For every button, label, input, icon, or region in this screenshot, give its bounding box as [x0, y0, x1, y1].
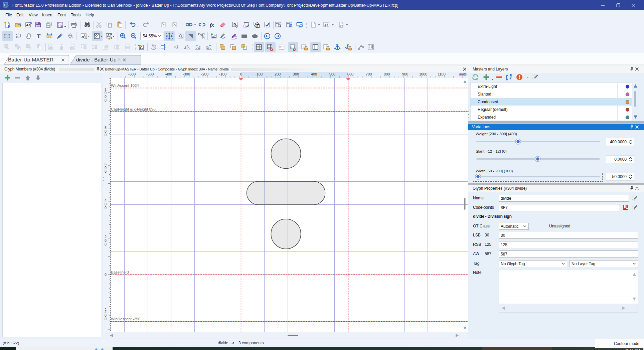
svg-text:-400: -400	[165, 72, 172, 76]
svg-text:1000: 1000	[419, 72, 427, 76]
svg-text:0: 0	[240, 72, 242, 76]
svg-text:Baseline 0: Baseline 0	[111, 270, 129, 274]
svg-text:800: 800	[384, 72, 390, 76]
svg-text:500: 500	[329, 72, 335, 76]
svg-text:-600: -600	[128, 72, 136, 76]
svg-text:1100: 1100	[438, 72, 446, 76]
svg-text:0: 0	[105, 169, 107, 173]
svg-text:0: 0	[105, 98, 107, 102]
svg-text:units: units	[459, 72, 467, 76]
svg-text:T: T	[37, 33, 41, 39]
svg-text:G: G	[173, 23, 176, 27]
svg-text:WinDescent -256: WinDescent -256	[111, 317, 140, 321]
svg-text:300: 300	[293, 72, 299, 76]
svg-text:600: 600	[347, 72, 353, 76]
svg-text:fx: fx	[210, 22, 214, 28]
svg-text:200: 200	[275, 72, 281, 76]
svg-text:-300: -300	[183, 72, 190, 76]
svg-text:0: 0	[105, 133, 107, 137]
svg-text:0: 0	[105, 242, 107, 246]
svg-text:F: F	[4, 2, 7, 7]
svg-text:400: 400	[311, 72, 317, 76]
svg-text:Aa: Aa	[26, 23, 30, 27]
svg-text:F: F	[8, 25, 10, 28]
svg-text:-200: -200	[201, 72, 208, 76]
svg-text:0: 0	[105, 206, 107, 210]
svg-text:G: G	[140, 46, 143, 50]
svg-text:900: 900	[402, 72, 408, 76]
svg-text:C: C	[163, 23, 165, 27]
svg-text:-500: -500	[146, 72, 154, 76]
svg-text:700: 700	[366, 72, 372, 76]
svg-text:WinAscent 1024: WinAscent 1024	[111, 83, 139, 88]
svg-text:A: A	[107, 34, 110, 38]
svg-text:F: F	[60, 25, 62, 28]
svg-text:T: T	[257, 24, 259, 28]
svg-text:CapHeight & x-Height 896: CapHeight & x-Height 896	[111, 107, 156, 111]
svg-text:0: 0	[105, 317, 107, 321]
svg-text:0: 0	[105, 273, 107, 277]
svg-text:100: 100	[257, 72, 263, 76]
svg-text:-100: -100	[219, 72, 226, 76]
